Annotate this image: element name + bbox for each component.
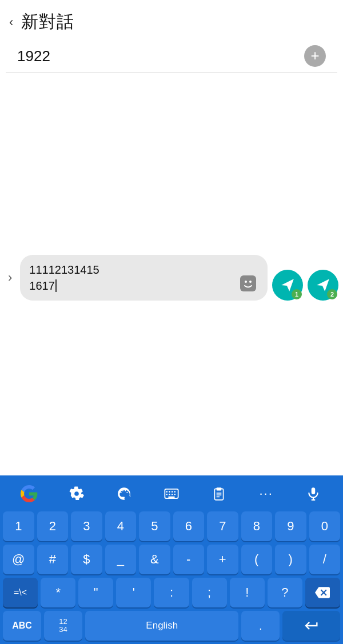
key-semicolon[interactable]: ;: [192, 578, 227, 607]
add-recipient-button[interactable]: +: [304, 45, 326, 67]
keyboard-layout-button[interactable]: [159, 481, 184, 506]
svg-rect-6: [172, 491, 173, 492]
recipient-row: +: [6, 39, 337, 73]
svg-rect-0: [240, 275, 256, 291]
symbol-row-1: @ # $ _ & - + ( ) /: [0, 543, 343, 576]
send-button-2[interactable]: 2: [308, 270, 338, 301]
svg-rect-19: [312, 487, 316, 494]
key-minus[interactable]: -: [173, 545, 205, 574]
keyboard-layout-icon: [163, 486, 180, 502]
expand-button[interactable]: ›: [5, 267, 15, 289]
back-button[interactable]: ‹: [9, 15, 13, 30]
key-3[interactable]: 3: [71, 511, 102, 541]
key-7[interactable]: 7: [207, 511, 238, 541]
backspace-icon: [315, 585, 330, 600]
message-bubble[interactable]: 11112131415 1617: [20, 255, 268, 301]
theme-icon: [117, 486, 131, 501]
send-button-1[interactable]: 1: [272, 270, 303, 301]
svg-point-1: [245, 281, 247, 283]
key-ampersand[interactable]: &: [139, 545, 170, 574]
key-slash[interactable]: /: [309, 545, 341, 574]
google-button[interactable]: [17, 481, 42, 506]
key-close-paren[interactable]: ): [275, 545, 306, 574]
key-question[interactable]: ?: [268, 578, 302, 607]
key-equals-backslash[interactable]: =\<: [3, 578, 38, 607]
send-badge-1: 1: [292, 289, 302, 299]
abc-button[interactable]: ABC: [3, 611, 41, 641]
key-5[interactable]: 5: [139, 511, 170, 541]
svg-rect-12: [168, 497, 175, 498]
key-hash[interactable]: #: [37, 545, 69, 574]
svg-rect-10: [172, 494, 173, 495]
svg-rect-11: [174, 494, 176, 495]
clipboard-button[interactable]: [206, 481, 232, 506]
number-row: 1 2 3 4 5 6 7 8 9 0: [0, 510, 343, 543]
enter-button[interactable]: [282, 611, 340, 641]
sticker-icon: [239, 274, 257, 293]
key-star[interactable]: *: [41, 578, 75, 607]
chat-area: [0, 73, 343, 250]
microphone-button[interactable]: [301, 481, 326, 506]
svg-rect-9: [169, 494, 170, 495]
plus-icon: +: [310, 48, 319, 63]
key-single-quote[interactable]: ': [116, 578, 151, 607]
key-6[interactable]: 6: [173, 511, 205, 541]
more-icon: ···: [259, 486, 273, 501]
svg-rect-5: [169, 491, 170, 492]
key-underscore[interactable]: _: [105, 545, 137, 574]
num-switch-button[interactable]: 12 34: [44, 611, 82, 641]
send-badge-2: 2: [327, 289, 337, 299]
svg-point-2: [249, 281, 252, 283]
svg-rect-15: [216, 488, 221, 490]
recipient-input[interactable]: [17, 47, 304, 65]
key-at[interactable]: @: [3, 545, 34, 574]
keyboard-toolbar: ···: [0, 475, 343, 510]
page-title: 新對話: [21, 10, 74, 34]
num-switch-top: 12: [59, 618, 67, 626]
key-2[interactable]: 2: [37, 511, 69, 541]
header: ‹ 新對話: [0, 0, 343, 39]
google-icon: [21, 485, 38, 502]
sticker-button[interactable]: [238, 273, 258, 294]
key-1[interactable]: 1: [3, 511, 34, 541]
key-dollar[interactable]: $: [71, 545, 102, 574]
num-switch-bottom: 34: [59, 626, 67, 634]
space-button[interactable]: English: [85, 611, 238, 641]
theme-button[interactable]: [111, 481, 137, 506]
key-8[interactable]: 8: [241, 511, 273, 541]
keyboard: ··· 1 2 3 4 5 6 7 8 9 0 @ # $ _ & - +: [0, 475, 343, 644]
enter-icon: [304, 618, 320, 634]
svg-rect-8: [166, 494, 167, 495]
key-0[interactable]: 0: [309, 511, 341, 541]
key-colon[interactable]: :: [154, 578, 189, 607]
message-text: 11112131415 1617: [29, 262, 234, 294]
svg-rect-4: [166, 491, 167, 492]
key-open-paren[interactable]: (: [241, 545, 273, 574]
backspace-button[interactable]: [305, 578, 340, 607]
settings-icon: [69, 486, 84, 501]
key-4[interactable]: 4: [105, 511, 137, 541]
period-button[interactable]: .: [241, 611, 280, 641]
message-input-row: › 11112131415 1617 1 2: [0, 250, 343, 305]
svg-rect-7: [174, 491, 176, 492]
more-button[interactable]: ···: [254, 481, 279, 506]
keyboard-bottom-row: ABC 12 34 English .: [0, 609, 343, 644]
settings-button[interactable]: [64, 481, 89, 506]
symbol-row-2: =\< * " ' : ; ! ?: [0, 576, 343, 609]
key-double-quote[interactable]: ": [78, 578, 113, 607]
key-9[interactable]: 9: [275, 511, 306, 541]
microphone-icon: [306, 486, 321, 501]
key-plus[interactable]: +: [207, 545, 238, 574]
clipboard-icon: [212, 486, 226, 501]
key-exclaim[interactable]: !: [230, 578, 265, 607]
